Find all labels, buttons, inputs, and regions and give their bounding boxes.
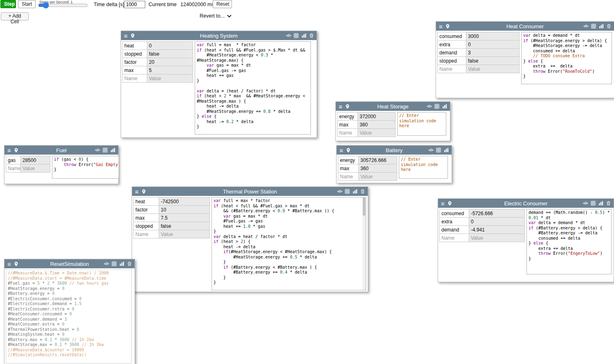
property-value-cell[interactable]: 0 (469, 218, 525, 226)
code-view-icon[interactable]: </> (286, 34, 291, 38)
property-value-cell[interactable]: 3 (466, 49, 520, 57)
menu-icon[interactable]: ≡ (439, 23, 443, 29)
property-name-cell[interactable]: consumed (438, 32, 466, 40)
code-view-icon[interactable]: </> (583, 25, 588, 28)
menu-icon[interactable]: ≡ (441, 200, 445, 207)
menu-icon[interactable]: ≡ (124, 33, 128, 39)
property-name-cell[interactable]: Name (6, 164, 21, 173)
pin-icon[interactable] (142, 189, 146, 194)
property-value-cell[interactable]: 360 (359, 164, 397, 173)
trash-icon[interactable] (127, 261, 132, 266)
property-name-cell[interactable]: demand (440, 226, 469, 234)
pin-icon[interactable] (448, 201, 452, 206)
table-view-icon[interactable] (591, 24, 596, 29)
chart-view-icon[interactable] (598, 201, 603, 206)
pin-icon[interactable] (130, 33, 135, 38)
menu-icon[interactable]: ≡ (135, 189, 139, 195)
property-name-cell[interactable]: extra (440, 218, 469, 226)
code-view-icon[interactable]: </> (583, 202, 588, 205)
menu-icon[interactable]: ≡ (7, 261, 11, 267)
code-editor[interactable]: var full = max * factorif (heat < full &… (211, 197, 366, 290)
property-value-cell[interactable]: -742500 (159, 198, 210, 206)
code-view-icon[interactable]: </> (337, 190, 342, 193)
property-value-cell[interactable]: 28500 (21, 156, 50, 164)
chart-view-icon[interactable] (353, 189, 358, 194)
property-name-cell[interactable]: extra (438, 40, 466, 49)
steps-per-second-slider[interactable] (38, 2, 88, 8)
table-view-icon[interactable] (103, 148, 108, 153)
property-name-cell[interactable]: max (337, 121, 358, 129)
table-view-icon[interactable] (591, 201, 596, 206)
add-cell-button[interactable]: + Add Cell (1, 12, 29, 20)
property-name-cell[interactable]: energy (338, 156, 359, 164)
trash-icon[interactable] (606, 201, 611, 206)
property-value-cell[interactable]: 5 (147, 66, 193, 74)
code-editor[interactable]: //#MeasureData.$.Time = Date.now() / 100… (6, 270, 132, 364)
property-name-cell[interactable]: heat (123, 42, 147, 50)
property-name-cell[interactable]: stopped (134, 222, 159, 230)
property-value-cell[interactable]: 10 (159, 206, 210, 214)
revert-to-dropdown[interactable]: Revert to... (200, 13, 232, 19)
chart-view-icon[interactable] (599, 24, 604, 29)
start-button[interactable]: Start (18, 0, 36, 8)
code-view-icon[interactable]: </> (428, 148, 433, 152)
code-editor[interactable]: demand += (Math.random() - 0.5) *0.01 * … (526, 209, 612, 274)
property-value-cell[interactable]: Value (358, 129, 396, 137)
menu-icon[interactable]: ≡ (339, 103, 342, 110)
property-name-cell[interactable]: Name (134, 230, 159, 238)
time-delta-input[interactable] (124, 1, 145, 8)
pin-icon[interactable] (14, 148, 18, 153)
trash-icon[interactable] (360, 189, 365, 194)
property-name-cell[interactable]: Name (123, 74, 147, 83)
property-value-cell[interactable]: Value (469, 234, 525, 242)
code-editor[interactable]: if (gas < 0) { throw Error("Gas Empty")} (52, 156, 119, 179)
property-value-cell[interactable]: Value (21, 164, 50, 173)
reset-button[interactable]: Reset (213, 0, 232, 8)
chart-view-icon[interactable] (119, 261, 124, 266)
chart-view-icon[interactable] (110, 148, 115, 153)
property-name-cell[interactable]: stopped (123, 50, 147, 58)
property-name-cell[interactable]: heat (134, 198, 159, 206)
property-value-cell[interactable]: 360 (358, 121, 396, 129)
code-editor[interactable]: var delta = demand * dtif (#HeatStorage.… (521, 32, 612, 84)
code-editor[interactable]: // Enter simulation code here (399, 156, 448, 179)
property-name-cell[interactable]: stopped (438, 57, 466, 65)
property-value-cell[interactable]: false (159, 222, 210, 230)
code-editor[interactable]: // Enter simulation code here (397, 112, 446, 136)
chart-view-icon[interactable] (444, 148, 449, 153)
table-view-icon[interactable] (345, 189, 350, 194)
menu-icon[interactable]: ≡ (340, 147, 343, 153)
property-value-cell[interactable]: Value (359, 173, 397, 181)
property-value-cell[interactable]: 372000 (358, 112, 396, 121)
scrollbar-thumb[interactable] (363, 198, 365, 216)
property-name-cell[interactable]: max (338, 164, 359, 173)
property-name-cell[interactable]: factor (134, 206, 159, 214)
property-name-cell[interactable]: factor (123, 58, 147, 66)
property-name-cell[interactable]: demand (438, 49, 466, 57)
property-value-cell[interactable]: false (466, 57, 520, 65)
property-value-cell[interactable]: 20 (147, 58, 193, 66)
trash-icon[interactable] (607, 24, 611, 29)
table-view-icon[interactable] (294, 33, 299, 38)
property-name-cell[interactable]: max (134, 214, 159, 222)
property-value-cell[interactable]: Value (147, 74, 193, 83)
property-value-cell[interactable]: 0 (147, 42, 193, 50)
property-value-cell[interactable]: -5726.666 (469, 209, 525, 218)
trash-icon[interactable] (309, 33, 314, 38)
chart-view-icon[interactable] (442, 104, 447, 109)
pin-icon[interactable] (346, 148, 351, 153)
property-name-cell[interactable]: Name (337, 129, 358, 137)
property-name-cell[interactable]: gas (6, 156, 21, 164)
property-name-cell[interactable]: Name (440, 234, 469, 242)
property-value-cell[interactable]: -4.941 (469, 226, 525, 234)
property-value-cell[interactable]: 305726.666 (359, 156, 397, 164)
property-value-cell[interactable]: 3000 (466, 32, 520, 40)
code-view-icon[interactable]: </> (104, 262, 109, 266)
property-name-cell[interactable]: energy (337, 112, 358, 121)
property-value-cell[interactable]: 0 (466, 40, 520, 49)
table-view-icon[interactable] (112, 261, 117, 266)
chart-view-icon[interactable] (301, 33, 306, 38)
property-name-cell[interactable]: consumed (440, 209, 469, 218)
property-value-cell[interactable]: false (147, 50, 193, 58)
pin-icon[interactable] (445, 24, 450, 29)
